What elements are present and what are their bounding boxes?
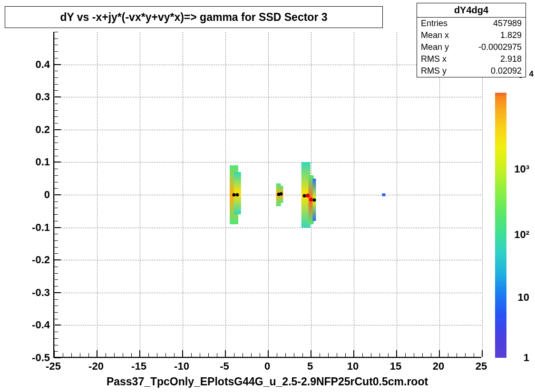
ytick-label: -0.1 [21,221,50,234]
ytick-minor [54,319,58,319]
xtick-label: 10 [347,360,359,373]
gridline-h [54,228,481,228]
plot-area [53,32,481,358]
stats-label: Mean x [421,30,449,40]
ytick-minor [54,182,58,182]
ytick-label: -0.3 [21,287,50,299]
ytick-minor [54,253,58,254]
chart-title: dY vs -x+jy*(-vx*y+vy*x)=> gamma for SSD… [60,11,327,24]
xtick-minor [431,353,431,357]
xtick-minor [148,353,149,357]
colorbar-label: 10³ [514,163,529,175]
chart-canvas: dY vs -x+jy*(-vx*y+vy*x)=> gamma for SSD… [0,0,535,392]
ytick-minor [54,332,58,332]
colorbar-label: 1 [524,352,529,364]
ytick-label: 0.2 [21,124,50,136]
gridline-h [54,195,481,195]
xtick-label: 15 [390,360,401,373]
xtick-minor [465,353,466,357]
xtick-minor [345,353,346,357]
xtick-minor [379,353,380,357]
ytick-minor [54,58,58,58]
xtick-minor [277,353,277,357]
xtick-minor [251,353,252,357]
ytick-minor [54,84,58,85]
ytick-minor [54,51,58,52]
ytick-label: 0.4 [21,58,50,71]
xtick-label: 25 [476,360,487,373]
ytick [54,96,61,97]
xtick-minor [63,353,63,357]
xtick-minor [371,353,371,357]
gridline-v [54,32,55,357]
xtick [182,350,183,357]
xtick-minor [362,353,363,357]
heat-column [382,193,385,197]
profile-marker [233,193,236,197]
xtick-label: -5 [220,360,229,373]
ytick-minor [54,32,58,32]
gridline-v [439,32,440,357]
stats-title: dY4dg4 [417,3,525,18]
ytick-minor [54,104,58,104]
stats-row: RMS x2.918 [417,53,525,65]
xtick-minor [294,353,294,357]
stats-label: RMS y [421,66,447,76]
colorbar-exponent: 4 [529,69,534,83]
ytick-label: -0.2 [21,254,50,266]
xtick-minor [106,353,106,357]
xtick [396,350,397,357]
xtick-minor [208,353,209,357]
xtick-minor [174,353,175,357]
gridline-v [140,32,140,357]
ytick [54,292,61,293]
stats-row: Mean x1.829 [417,29,525,41]
ytick [54,325,61,325]
ytick-label: 0 [21,189,50,201]
ytick-minor [54,267,58,267]
ytick-minor [54,45,58,45]
ytick-minor [54,175,58,176]
ytick-minor [54,90,58,91]
gridline-v [268,32,269,357]
xtick-minor [217,353,217,357]
x-axis-label: Pass37_TpcOnly_EPlotsG44G_u_2.5-2.9NFP25… [53,375,481,388]
xtick-label: -15 [131,360,146,373]
xtick-minor [157,353,157,357]
ytick-label: 0.3 [21,91,50,103]
ytick-minor [54,240,58,241]
ytick-minor [54,345,58,345]
stats-value: -0.0002975 [478,42,522,52]
ytick [54,162,61,163]
xtick [311,350,311,357]
stats-row: Mean y-0.0002975 [417,41,525,53]
stats-value: 457989 [493,19,522,29]
xtick [139,350,140,357]
ytick-minor [54,201,58,202]
ytick-minor [54,247,58,248]
xtick-label: -25 [46,360,61,373]
ytick-minor [54,279,58,280]
stats-row: RMS y0.02092 [417,65,525,77]
gridline-h [54,130,481,130]
gridline-v [482,32,483,357]
xtick [97,350,97,357]
ytick-label: 0.1 [21,156,50,168]
gridline-v [354,32,354,357]
gridline-v [97,32,97,357]
xtick-minor [302,353,303,357]
ytick-minor [54,338,58,339]
xtick-minor [337,353,337,357]
profile-marker [313,198,316,201]
xtick-minor [114,353,115,357]
xtick-minor [80,353,80,357]
xtick-minor [123,353,123,357]
xtick-minor [457,353,457,357]
ytick-minor [54,123,58,124]
gridline-v [225,32,226,357]
colorbar-label: 10² [514,229,529,241]
stats-value: 2.918 [500,54,522,64]
xtick-minor [285,353,286,357]
ytick [54,259,61,260]
xtick-minor [165,353,166,357]
